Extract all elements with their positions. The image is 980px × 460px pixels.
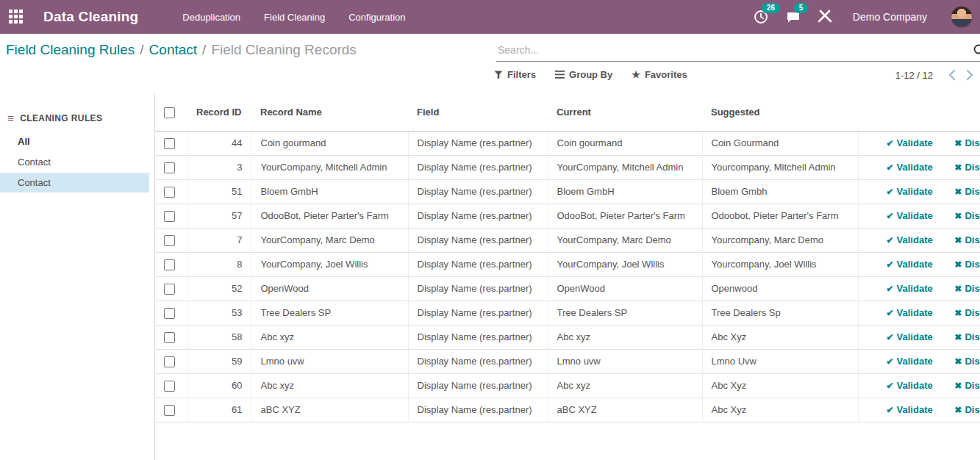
table-row[interactable]: 7 YourCompany, Marc Demo Display Name (r…	[155, 228, 980, 252]
search-icon[interactable]	[973, 43, 980, 58]
header-suggested[interactable]: Suggested	[702, 94, 858, 131]
search-input[interactable]	[496, 40, 959, 60]
table-row[interactable]: 8 YourCompany, Joel Willis Display Name …	[155, 252, 980, 276]
discard-button[interactable]: ✖Discard	[954, 234, 980, 245]
sidebar-item-all[interactable]: All	[0, 132, 149, 151]
validate-button[interactable]: ✔Validate	[887, 356, 933, 367]
favorites-button[interactable]: ★ Favorites	[632, 69, 687, 80]
discard-button[interactable]: ✖Discard	[954, 283, 980, 294]
hamburger-icon[interactable]: ≡	[7, 112, 14, 124]
select-all-checkbox[interactable]	[164, 107, 175, 118]
menu-configuration[interactable]: Configuration	[347, 1, 407, 33]
table-row[interactable]: 61 aBC XYZ Display Name (res.partner) aB…	[155, 398, 980, 422]
sidebar-item-contact[interactable]: Contact	[0, 152, 149, 172]
row-checkbox[interactable]	[164, 211, 175, 222]
row-checkbox[interactable]	[164, 187, 175, 198]
discard-button[interactable]: ✖Discard	[954, 137, 980, 148]
cell-current: YourCompany, Joel Willis	[548, 252, 702, 276]
row-checkbox[interactable]	[164, 308, 175, 319]
user-avatar[interactable]	[951, 6, 973, 28]
discard-button[interactable]: ✖Discard	[954, 162, 980, 173]
validate-button[interactable]: ✔Validate	[887, 137, 933, 148]
cell-record-id: 7	[187, 228, 251, 252]
cell-record-name: YourCompany, Joel Willis	[251, 252, 408, 276]
row-checkbox[interactable]	[164, 332, 175, 343]
table-row[interactable]: 59 Lmno uvw Display Name (res.partner) L…	[155, 349, 980, 373]
header-record-id[interactable]: Record ID	[187, 94, 251, 131]
row-checkbox[interactable]	[164, 235, 175, 246]
discard-button[interactable]: ✖Discard	[954, 186, 980, 197]
company-switcher[interactable]: Demo Company	[853, 11, 927, 23]
activity-clock-icon[interactable]: 26	[753, 9, 769, 25]
table-row[interactable]: 44 Coin gourmand Display Name (res.partn…	[155, 131, 980, 155]
row-checkbox[interactable]	[164, 138, 175, 149]
validate-button[interactable]: ✔Validate	[887, 186, 933, 197]
tools-icon[interactable]	[818, 10, 832, 24]
validate-button[interactable]: ✔Validate	[887, 331, 933, 342]
messages-icon[interactable]: 5	[785, 9, 801, 25]
breadcrumb-field-cleaning-rules[interactable]: Field Cleaning Rules	[6, 42, 135, 57]
header-field[interactable]: Field	[408, 94, 548, 131]
row-checkbox[interactable]	[164, 162, 175, 173]
row-checkbox[interactable]	[164, 405, 175, 416]
header-current[interactable]: Current	[548, 94, 702, 131]
cell-suggested: Yourcompany, Marc Demo	[702, 228, 858, 252]
cell-field: Display Name (res.partner)	[408, 373, 548, 398]
table-row[interactable]: 57 OdooBot, Pieter Parter's Farm Display…	[155, 204, 980, 228]
table-row[interactable]: 3 YourCompany, Mitchell Admin Display Na…	[155, 155, 980, 179]
filters-button[interactable]: Filters	[494, 69, 536, 80]
cell-record-id: 59	[187, 349, 251, 373]
validate-button[interactable]: ✔Validate	[887, 380, 933, 391]
sidebar-item-contact[interactable]: Contact	[0, 173, 149, 193]
row-checkbox[interactable]	[164, 284, 175, 295]
discard-button[interactable]: ✖Discard	[954, 331, 980, 342]
row-checkbox[interactable]	[164, 381, 175, 392]
validate-button[interactable]: ✔Validate	[887, 404, 933, 415]
group-by-button[interactable]: Group By	[555, 69, 612, 80]
discard-button[interactable]: ✖Discard	[954, 210, 980, 221]
cell-record-name: OdooBot, Pieter Parter's Farm	[251, 204, 408, 228]
validate-button[interactable]: ✔Validate	[887, 259, 933, 270]
menu-deduplication[interactable]: Deduplication	[181, 1, 242, 33]
pager-next-button[interactable]	[966, 69, 974, 81]
row-checkbox[interactable]	[164, 356, 175, 367]
table-row[interactable]: 52 OpenWood Display Name (res.partner) O…	[155, 276, 980, 301]
search-options: Filters Group By ★ Favorites	[494, 69, 687, 80]
apps-menu-icon[interactable]	[9, 10, 24, 24]
discard-button[interactable]: ✖Discard	[954, 404, 980, 415]
cell-suggested: Odoobot, Pieter Parter's Farm	[702, 204, 858, 228]
check-icon: ✔	[887, 405, 894, 415]
validate-button[interactable]: ✔Validate	[887, 162, 933, 173]
cell-record-name: Lmno uvw	[251, 349, 408, 373]
breadcrumb-contact[interactable]: Contact	[149, 42, 197, 57]
discard-button[interactable]: ✖Discard	[954, 259, 980, 270]
cell-record-name: Coin gourmand	[251, 131, 408, 155]
check-icon: ✔	[887, 381, 894, 391]
row-checkbox[interactable]	[164, 259, 175, 270]
records-table: Record ID Record Name Field Current Sugg…	[155, 94, 980, 423]
cell-current: YourCompany, Marc Demo	[548, 228, 702, 252]
validate-button[interactable]: ✔Validate	[887, 283, 933, 294]
discard-button[interactable]: ✖Discard	[954, 356, 980, 367]
pager-previous-button[interactable]	[948, 69, 956, 81]
menu-field-cleaning[interactable]: Field Cleaning	[262, 1, 326, 33]
validate-button[interactable]: ✔Validate	[887, 307, 933, 318]
cell-field: Display Name (res.partner)	[408, 179, 548, 204]
validate-button[interactable]: ✔Validate	[887, 234, 933, 245]
breadcrumb-current: Field Cleaning Records	[211, 42, 357, 57]
table-row[interactable]: 60 Abc xyz Display Name (res.partner) Ab…	[155, 373, 980, 398]
table-row[interactable]: 53 Tree Dealers SP Display Name (res.par…	[155, 301, 980, 325]
x-icon: ✖	[954, 162, 962, 173]
discard-button[interactable]: ✖Discard	[954, 380, 980, 391]
table-row[interactable]: 58 Abc xyz Display Name (res.partner) Ab…	[155, 325, 980, 349]
cell-suggested: Coin Gourmand	[702, 131, 858, 155]
header-record-name[interactable]: Record Name	[251, 94, 408, 131]
cell-field: Display Name (res.partner)	[408, 228, 548, 252]
discard-button[interactable]: ✖Discard	[954, 307, 980, 318]
breadcrumb-separator: /	[202, 42, 206, 57]
table-row[interactable]: 51 Bloem GmbH Display Name (res.partner)…	[155, 179, 980, 204]
control-panel: Field Cleaning Rules/Contact/Field Clean…	[0, 34, 980, 94]
cell-record-name: aBC XYZ	[251, 398, 408, 422]
validate-button[interactable]: ✔Validate	[887, 210, 933, 221]
x-icon: ✖	[954, 308, 962, 318]
